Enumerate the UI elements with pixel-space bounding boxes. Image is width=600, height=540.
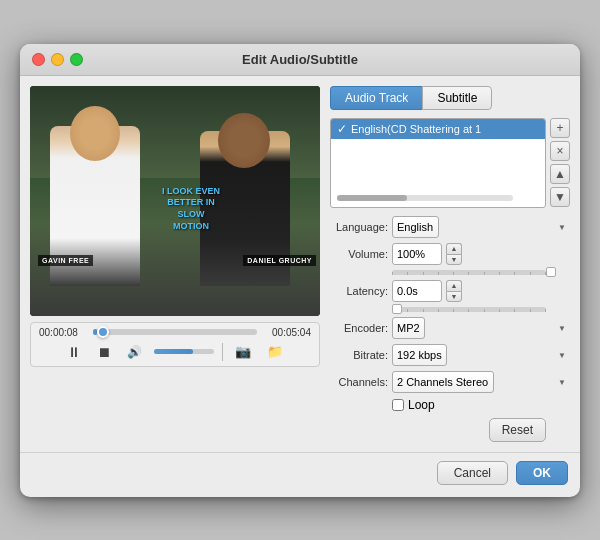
latency-up-btn[interactable]: ▲ <box>446 280 462 291</box>
minimize-button[interactable] <box>51 53 64 66</box>
channels-select-wrapper: 2 Channels Stereo ▼ <box>392 371 570 393</box>
latency-slider-marks <box>392 309 546 312</box>
reset-button[interactable]: Reset <box>489 418 546 442</box>
loop-row: Loop <box>392 398 570 412</box>
channels-select[interactable]: 2 Channels Stereo <box>392 371 494 393</box>
close-button[interactable] <box>32 53 45 66</box>
dialog-body: I LOOK EVENBETTER INSLOWMOTION GAVIN FRE… <box>20 76 580 452</box>
latency-label: Latency: <box>330 285 388 297</box>
window-controls <box>32 53 83 66</box>
move-down-button[interactable]: ▼ <box>550 187 570 207</box>
volume-row: Volume: 100% ▲ ▼ <box>330 243 570 265</box>
bitrate-select[interactable]: 192 kbps <box>392 344 447 366</box>
remove-track-button[interactable]: × <box>550 141 570 161</box>
latency-row: Latency: ▲ ▼ <box>330 280 570 302</box>
snapshot-button[interactable]: 📷 <box>231 342 255 361</box>
time-total: 00:05:04 <box>263 327 311 338</box>
encoder-label: Encoder: <box>330 322 388 334</box>
progress-row: 00:00:08 00:05:04 <box>39 327 311 338</box>
track-side-buttons: + × ▲ ▼ <box>550 118 570 212</box>
volume-slider[interactable] <box>392 270 546 275</box>
channels-row: Channels: 2 Channels Stereo ▼ <box>330 371 570 393</box>
tab-row: Audio Track Subtitle <box>330 86 570 110</box>
volume-slider-track[interactable] <box>154 349 214 354</box>
scrollbar-thumb <box>337 195 407 201</box>
video-preview: I LOOK EVENBETTER INSLOWMOTION GAVIN FRE… <box>30 86 320 316</box>
time-current: 00:00:08 <box>39 327 87 338</box>
track-checkbox: ✓ <box>337 122 347 136</box>
volume-icon: 🔊 <box>123 343 146 361</box>
edit-audio-subtitle-dialog: Edit Audio/Subtitle I LOOK EVENBETTER IN… <box>20 44 580 497</box>
move-up-button[interactable]: ▲ <box>550 164 570 184</box>
language-select-arrow: ▼ <box>558 222 566 231</box>
reset-row: Reset <box>330 418 546 442</box>
name-tag-right: DANIEL GRUCHY <box>243 255 316 266</box>
volume-stepper: ▲ ▼ <box>446 243 462 265</box>
controls-row: ⏸ ⏹ 🔊 📷 📁 <box>39 342 311 362</box>
progress-thumb[interactable] <box>97 326 109 338</box>
track-list-wrapper: ✓ English(CD Shattering at 1 + × ▲ ▼ <box>330 118 570 212</box>
volume-slider-fill <box>154 349 193 354</box>
language-label: Language: <box>330 221 388 233</box>
title-bar: Edit Audio/Subtitle <box>20 44 580 76</box>
track-list: ✓ English(CD Shattering at 1 <box>330 118 546 208</box>
pause-button[interactable]: ⏸ <box>63 342 85 362</box>
channels-select-arrow: ▼ <box>558 377 566 386</box>
latency-slider[interactable] <box>392 307 546 312</box>
bitrate-row: Bitrate: 192 kbps ▼ <box>330 344 570 366</box>
language-select-wrapper: English ▼ <box>392 216 570 238</box>
encoder-select-arrow: ▼ <box>558 323 566 332</box>
ok-button[interactable]: OK <box>516 461 568 485</box>
bitrate-select-wrapper: 192 kbps ▼ <box>392 344 570 366</box>
loop-checkbox[interactable] <box>392 399 404 411</box>
name-tag-left: GAVIN FREE <box>38 255 93 266</box>
dialog-title: Edit Audio/Subtitle <box>242 52 358 67</box>
latency-slider-thumb[interactable] <box>392 304 402 314</box>
latency-input[interactable] <box>392 280 442 302</box>
latency-stepper: ▲ ▼ <box>446 280 462 302</box>
encoder-row: Encoder: MP2 ▼ <box>330 317 570 339</box>
loop-label: Loop <box>408 398 435 412</box>
bitrate-select-arrow: ▼ <box>558 350 566 359</box>
encoder-select[interactable]: MP2 <box>392 317 425 339</box>
folder-button[interactable]: 📁 <box>263 342 287 361</box>
track-item[interactable]: ✓ English(CD Shattering at 1 <box>331 119 545 139</box>
encoder-select-wrapper: MP2 ▼ <box>392 317 570 339</box>
volume-input[interactable]: 100% <box>392 243 442 265</box>
volume-slider-thumb[interactable] <box>546 267 556 277</box>
add-track-button[interactable]: + <box>550 118 570 138</box>
video-scene: I LOOK EVENBETTER INSLOWMOTION GAVIN FRE… <box>30 86 320 316</box>
cancel-button[interactable]: Cancel <box>437 461 508 485</box>
tab-subtitle[interactable]: Subtitle <box>422 86 492 110</box>
left-panel: I LOOK EVENBETTER INSLOWMOTION GAVIN FRE… <box>30 86 320 442</box>
maximize-button[interactable] <box>70 53 83 66</box>
track-label: English(CD Shattering at 1 <box>351 123 481 135</box>
language-select[interactable]: English <box>392 216 439 238</box>
stop-button[interactable]: ⏹ <box>93 342 115 362</box>
video-overlay-text: I LOOK EVENBETTER INSLOWMOTION <box>162 186 220 233</box>
bitrate-label: Bitrate: <box>330 349 388 361</box>
dialog-footer: Cancel OK <box>20 452 580 497</box>
video-controls-area: 00:00:08 00:05:04 ⏸ ⏹ 🔊 📷 <box>30 322 320 367</box>
right-panel: Audio Track Subtitle ✓ English(CD Shatte… <box>330 86 570 442</box>
language-row: Language: English ▼ <box>330 216 570 238</box>
track-list-scrollbar[interactable] <box>337 195 513 201</box>
tab-audio-track[interactable]: Audio Track <box>330 86 422 110</box>
volume-label: Volume: <box>330 248 388 260</box>
volume-slider-marks <box>392 272 546 275</box>
volume-up-btn[interactable]: ▲ <box>446 243 462 254</box>
latency-down-btn[interactable]: ▼ <box>446 291 462 302</box>
channels-label: Channels: <box>330 376 388 388</box>
progress-bar-track[interactable] <box>93 329 257 335</box>
volume-down-btn[interactable]: ▼ <box>446 254 462 265</box>
controls-divider <box>222 343 223 361</box>
